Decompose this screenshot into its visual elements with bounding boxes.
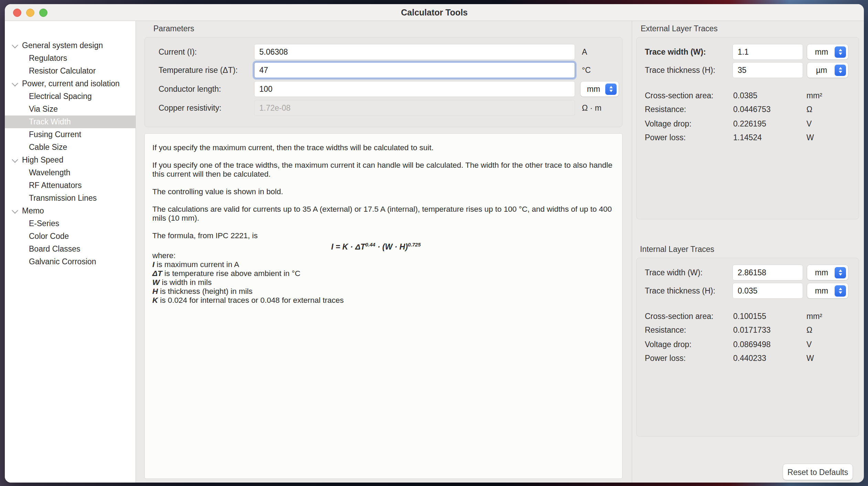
sidebar-item-transmission-lines[interactable]: Transmission Lines — [5, 192, 135, 205]
where-label: where: — [152, 251, 614, 260]
chevron-down-icon[interactable] — [12, 80, 18, 86]
sidebar-item-label: Fusing Current — [29, 128, 81, 141]
internal-trace-width-row: Trace width (W): mm — [637, 265, 859, 280]
temperature-rise-row: Temperature rise (ΔT): °C — [145, 62, 622, 78]
internal-section-label: Internal Layer Traces — [640, 245, 714, 254]
internal-trace-thickness-label: Trace thickness (H): — [645, 283, 715, 299]
sidebar-item-e-series[interactable]: E-Series — [5, 217, 135, 230]
sidebar-item-label: Power, current and isolation — [22, 77, 120, 90]
temperature-rise-label: Temperature rise (ΔT): — [159, 62, 238, 78]
sidebar-item-general-system-design[interactable]: General system design — [5, 39, 135, 52]
conductor-length-row: Conductor length: mm — [145, 81, 622, 97]
sidebar-item-power-current-and-isolation[interactable]: Power, current and isolation — [5, 77, 135, 90]
desktop: { "window": { "title": "Calculator Tools… — [0, 0, 868, 486]
conductor-length-input[interactable] — [254, 81, 575, 97]
result-value: 0.0869498 — [733, 338, 771, 351]
result-label: Resistance: — [645, 323, 686, 337]
sidebar-item-label: Wavelength — [29, 166, 70, 179]
sidebar-item-label: Resistor Calculator — [29, 65, 96, 77]
unit-select-value: mm — [581, 85, 605, 94]
result-unit: Ω — [806, 102, 812, 116]
sidebar-item-resistor-calculator[interactable]: Resistor Calculator — [5, 65, 135, 77]
result-unit: V — [806, 117, 812, 131]
internal-trace-width-input[interactable] — [733, 265, 803, 280]
sidebar-item-electrical-spacing[interactable]: Electrical Spacing — [5, 90, 135, 103]
result-value: 0.0171733 — [733, 323, 771, 337]
external-trace-thickness-input[interactable] — [733, 62, 803, 78]
result-value: 0.0446753 — [733, 102, 771, 116]
sidebar-item-fusing-current[interactable]: Fusing Current — [5, 128, 135, 141]
chevron-down-icon[interactable] — [12, 42, 18, 48]
temperature-rise-unit: °C — [582, 62, 591, 78]
help-text-panel: If you specify the maximum current, then… — [144, 133, 622, 479]
reset-to-defaults-button[interactable]: Reset to Defaults — [783, 464, 853, 480]
parameters-groupbox: Current (I): A Temperature rise (ΔT): °C… — [144, 37, 622, 127]
result-value: 0.0385 — [733, 89, 757, 102]
sidebar-item-color-code[interactable]: Color Code — [5, 230, 135, 243]
internal-trace-thickness-input[interactable] — [733, 283, 803, 299]
sidebar-item-cable-size[interactable]: Cable Size — [5, 141, 135, 154]
sidebar-item-regulators[interactable]: Regulators — [5, 52, 135, 65]
unit-select-value: mm — [807, 47, 835, 57]
where-line: K is 0.024 for internal traces or 0.048 … — [152, 296, 614, 305]
sidebar-item-memo[interactable]: Memo — [5, 205, 135, 217]
result-label: Power loss: — [645, 131, 686, 144]
external-trace-thickness-unit-select[interactable]: µm — [807, 63, 848, 78]
result-label: Resistance: — [645, 102, 686, 116]
external-trace-width-input[interactable] — [733, 44, 803, 60]
external-trace-width-unit-select[interactable]: mm — [807, 44, 848, 59]
copper-resistivity-unit: Ω · m — [582, 100, 601, 116]
help-paragraph: The controlling value is shown in bold. — [152, 187, 614, 196]
formula-intro: The formula, from IPC 2221, is — [152, 231, 614, 240]
internal-power-loss-row: Power loss: 0.440233 W — [637, 351, 859, 365]
sidebar-item-wavelength[interactable]: Wavelength — [5, 166, 135, 179]
internal-trace-thickness-unit-select[interactable]: mm — [807, 283, 848, 298]
formula: I = K · ΔT0.44 · (W · H)0.725 — [152, 240, 614, 251]
sidebar-item-board-classes[interactable]: Board Classes — [5, 243, 135, 255]
current-input[interactable] — [254, 44, 575, 60]
result-label: Voltage drop: — [645, 338, 692, 351]
result-unit: Ω — [806, 323, 812, 337]
where-line: H is thickness (height) in mils — [152, 287, 614, 296]
internal-trace-thickness-row: Trace thickness (H): mm — [637, 283, 859, 299]
chevron-down-icon[interactable] — [12, 156, 18, 163]
chevron-down-icon[interactable] — [12, 207, 18, 213]
sidebar-item-rf-attenuators[interactable]: RF Attenuators — [5, 179, 135, 192]
copper-resistivity-input — [254, 100, 575, 116]
sidebar-item-label: High Speed — [22, 154, 63, 166]
external-trace-width-row: Trace width (W): mm — [637, 44, 859, 60]
internal-voltage-drop-row: Voltage drop: 0.0869498 V — [637, 338, 859, 351]
sidebar-item-high-speed[interactable]: High Speed — [5, 154, 135, 166]
help-paragraph: If you specify the maximum current, then… — [152, 143, 614, 152]
sidebar-item-label: E-Series — [29, 217, 59, 230]
internal-trace-width-unit-select[interactable]: mm — [807, 265, 848, 280]
sidebar-item-label: Regulators — [29, 52, 67, 65]
result-label: Power loss: — [645, 351, 686, 365]
sidebar-item-label: Board Classes — [29, 243, 80, 255]
sidebar-item-label: Track Width — [29, 115, 71, 128]
result-unit: mm² — [806, 89, 822, 102]
external-trace-width-label: Trace width (W): — [645, 44, 706, 60]
external-resistance-row: Resistance: 0.0446753 Ω — [637, 102, 859, 116]
result-unit: W — [806, 351, 814, 365]
external-section-label: External Layer Traces — [641, 24, 718, 33]
external-groupbox: Trace width (W): mm Trace thickness (H):… — [636, 37, 859, 219]
sidebar-item-label: Transmission Lines — [29, 192, 97, 205]
conductor-length-unit-select[interactable]: mm — [581, 81, 619, 97]
where-line: I is maximum current in A — [152, 260, 614, 269]
sidebar-item-galvanic-corrosion[interactable]: Galvanic Corrosion — [5, 255, 135, 268]
copper-resistivity-row: Copper resistivity: Ω · m — [145, 100, 622, 116]
stepper-icon — [835, 285, 846, 297]
copper-resistivity-label: Copper resistivity: — [159, 100, 221, 116]
where-line: ΔT is temperature rise above ambient in … — [152, 269, 614, 278]
window-title: Calculator Tools — [5, 4, 864, 21]
result-value: 1.14524 — [733, 131, 762, 144]
sidebar-item-track-width[interactable]: Track Width — [5, 115, 135, 128]
external-voltage-drop-row: Voltage drop: 0.226195 V — [637, 117, 859, 131]
temperature-rise-input[interactable] — [254, 62, 575, 78]
current-label: Current (I): — [159, 44, 197, 60]
title-bar: Calculator Tools — [5, 4, 864, 21]
conductor-length-label: Conductor length: — [159, 81, 221, 97]
current-unit: A — [582, 44, 587, 60]
sidebar-item-via-size[interactable]: Via Size — [5, 103, 135, 115]
